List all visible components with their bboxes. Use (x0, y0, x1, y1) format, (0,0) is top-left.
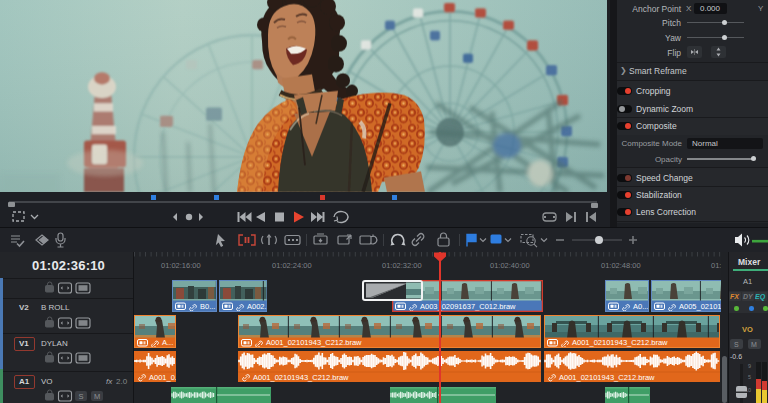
svg-text:A0...: A0... (633, 302, 648, 311)
svg-text:A001_02101943_C212.braw: A001_02101943_C212.braw (266, 338, 362, 347)
svg-text:5: 5 (748, 374, 751, 380)
svg-text:01:02:48:00: 01:02:48:00 (601, 261, 641, 270)
svg-text:01:02:24:00: 01:02:24:00 (272, 261, 312, 270)
svg-text:S: S (79, 392, 84, 401)
svg-text:A001_02101943_C212.braw: A001_02101943_C212.braw (253, 373, 349, 382)
svg-text:A001_02101943_C212.braw: A001_02101943_C212.braw (572, 338, 668, 347)
svg-text:B0...: B0... (200, 302, 215, 311)
svg-text:M: M (94, 392, 100, 401)
svg-text:A001_02101943_C212.braw: A001_02101943_C212.braw (559, 373, 655, 382)
svg-text:A002...: A002... (247, 302, 268, 311)
svg-text:A005_02101334_...: A005_02101334_... (679, 302, 727, 311)
svg-text:01:02:40:00: 01:02:40:00 (490, 261, 530, 270)
svg-text:A003_02091637_C012.braw: A003_02091637_C012.braw (420, 302, 516, 311)
svg-text:A001_0...: A001_0... (149, 373, 176, 382)
svg-text:A...: A... (162, 338, 173, 347)
svg-text:01:02:16:00: 01:02:16:00 (161, 261, 201, 270)
svg-text:01:02:32:00: 01:02:32:00 (382, 261, 422, 270)
svg-text:9: 9 (748, 363, 751, 369)
